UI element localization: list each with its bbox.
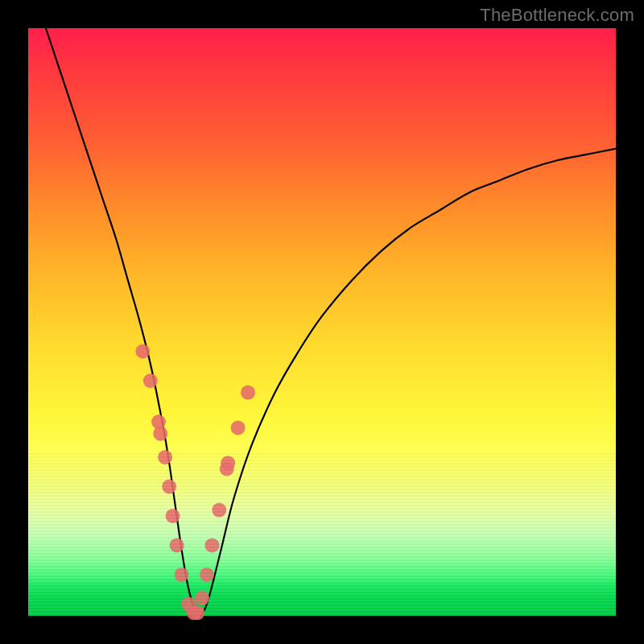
plot-area bbox=[28, 28, 616, 616]
sample-point bbox=[175, 568, 189, 582]
chart-svg bbox=[28, 28, 616, 616]
sample-point bbox=[212, 503, 226, 518]
sample-point bbox=[221, 456, 235, 470]
sample-point bbox=[170, 538, 184, 552]
sample-point bbox=[162, 479, 176, 493]
sample-point bbox=[153, 427, 167, 441]
sample-point bbox=[195, 591, 209, 605]
sample-point bbox=[204, 538, 219, 552]
sample-point bbox=[231, 420, 246, 435]
watermark-text: TheBottleneck.com bbox=[480, 5, 634, 26]
sample-point bbox=[166, 509, 180, 523]
sample-point bbox=[200, 568, 214, 582]
sample-point bbox=[190, 605, 204, 620]
bottleneck-curve bbox=[46, 28, 616, 616]
chart-frame: TheBottleneck.com bbox=[0, 0, 644, 644]
sample-points-group bbox=[135, 345, 255, 621]
sample-point bbox=[241, 386, 255, 400]
sample-point bbox=[158, 450, 172, 464]
sample-point bbox=[135, 345, 150, 359]
sample-point bbox=[143, 374, 158, 388]
